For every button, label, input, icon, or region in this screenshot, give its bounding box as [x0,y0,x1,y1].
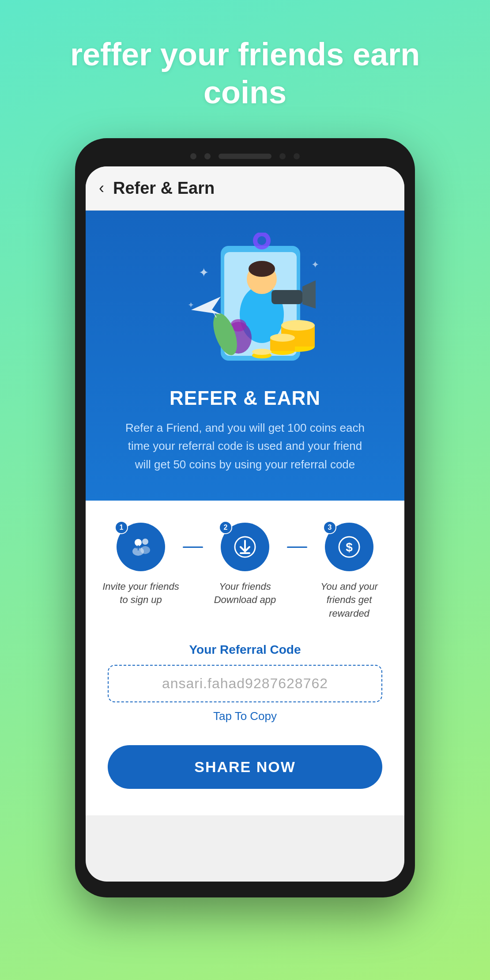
step-connector-1 [183,523,203,548]
svg-point-18 [252,349,271,355]
step-connector-2 [287,523,307,548]
svg-marker-8 [302,280,316,309]
hero-title: reffer your friends earn coins [0,0,490,138]
tap-to-copy-button[interactable]: Tap To Copy [213,709,277,723]
svg-text:✦: ✦ [311,259,319,270]
share-now-button[interactable]: SHARE NOW [108,745,382,789]
phone-notch [86,149,404,166]
camera-dot-right [279,153,286,159]
svg-point-27 [142,539,148,545]
step-1: 1 Invite your friends to sign up [99,523,183,607]
svg-text:✦: ✦ [199,266,209,279]
svg-text:✦: ✦ [188,301,194,309]
svg-point-16 [270,334,295,342]
step-3: 3 $ You and your friends get rewarded [307,523,391,621]
svg-text:$: $ [346,540,353,554]
speaker-bar [219,154,271,159]
banner-illustration: ✦ ✦ ✦ [152,233,338,374]
step-3-label: You and your friends get rewarded [307,580,391,621]
step-1-label: Invite your friends to sign up [99,580,183,607]
camera-dot-mid [204,153,211,159]
step-2-number: 2 [219,521,232,534]
step-3-number: 3 [323,521,336,534]
referral-code-label: Your Referral Code [189,643,301,657]
phone-screen: ‹ Refer & Earn [86,166,404,882]
step-3-icon-wrap: 3 $ [325,523,373,571]
camera-dot-far-right [294,153,300,159]
referral-code-box[interactable]: ansari.fahad9287628762 [108,665,382,702]
step-1-icon-wrap: 1 [117,523,165,571]
svg-point-25 [135,539,142,546]
download-icon [234,535,256,558]
phone-frame: ‹ Refer & Earn [75,138,415,897]
illustration-svg: ✦ ✦ ✦ [152,233,338,374]
share-section: SHARE NOW [86,736,404,815]
step-2: 2 Your friends Download app [203,523,287,607]
step-2-label: Your friends Download app [203,580,287,607]
banner-section: ✦ ✦ ✦ REFER & EARN Refer a Friend, and y… [86,211,404,501]
svg-point-6 [249,261,275,277]
banner-title: REFER & EARN [170,387,320,409]
people-icon [129,535,152,558]
svg-point-13 [281,320,315,331]
referral-code-text: ansari.fahad9287628762 [162,675,328,692]
step-1-number: 1 [115,521,128,534]
svg-point-3 [257,236,266,245]
step-2-icon-wrap: 2 [221,523,269,571]
svg-marker-23 [191,297,221,314]
dollar-icon: $ [338,535,361,558]
banner-description: Refer a Friend, and you will get 100 coi… [121,419,369,474]
back-button[interactable]: ‹ [99,180,104,196]
steps-section: 1 Invite your friends to sign up [86,501,404,634]
svg-rect-7 [271,290,302,304]
app-header: ‹ Refer & Earn [86,166,404,211]
referral-section: Your Referral Code ansari.fahad928762876… [86,634,404,736]
camera-dot-left [190,153,196,159]
page-title: Refer & Earn [113,179,215,198]
svg-point-28 [140,546,150,554]
